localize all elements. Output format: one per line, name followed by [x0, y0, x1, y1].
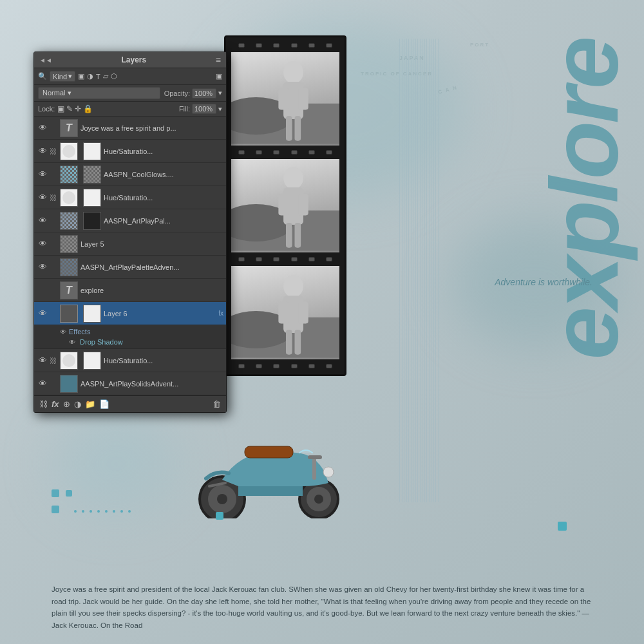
- svg-rect-7: [294, 116, 301, 141]
- fill-arrow[interactable]: ▾: [218, 105, 222, 113]
- visibility-icon[interactable]: 👁: [37, 261, 48, 273]
- visibility-icon[interactable]: 👁: [37, 122, 48, 134]
- layer-thumbnail: [60, 166, 78, 184]
- link-layers-icon[interactable]: ⛓: [39, 399, 48, 409]
- layer-item[interactable]: 👁 AASPN_ArtPlayPaletteAdven...: [34, 256, 226, 279]
- layer-fx-badge: fx: [218, 310, 223, 317]
- layer-thumbnail: [60, 375, 78, 393]
- layer-thumbnail: T: [60, 281, 78, 299]
- layer-item[interactable]: 👁 AASPN_ArtPlayPal...: [34, 209, 226, 232]
- svg-rect-32: [308, 455, 322, 459]
- visibility-icon[interactable]: 👁: [37, 308, 48, 319]
- layer-thumbnail: [60, 142, 78, 160]
- add-mask-icon[interactable]: ⊕: [63, 399, 70, 409]
- blend-mode-dropdown[interactable]: Normal ▾: [38, 87, 160, 99]
- kind-toolbar: 🔍 Kind ▾ ▣ ◑ T ▱ ⬡ ▣: [34, 68, 226, 85]
- fill-input[interactable]: 100%: [192, 104, 216, 114]
- visibility-icon[interactable]: [37, 285, 48, 296]
- lock-checkerboard-icon[interactable]: ▣: [57, 104, 64, 113]
- layer-item[interactable]: 👁 Layer 5: [34, 232, 226, 256]
- svg-rect-20: [278, 302, 288, 324]
- layer-item[interactable]: 👁 ⛓ Hue/Saturatio...: [34, 186, 226, 209]
- layer-link[interactable]: ⛓: [48, 194, 57, 202]
- svg-rect-4: [278, 88, 288, 110]
- lock-brush-icon[interactable]: ✎: [66, 104, 73, 113]
- layer-thumbnail: [60, 189, 78, 207]
- svg-point-10: [283, 167, 303, 189]
- panel-menu-icon[interactable]: ≡: [216, 55, 221, 65]
- opacity-arrow[interactable]: ▾: [218, 89, 222, 97]
- smartobj-filter-icon[interactable]: ⬡: [111, 72, 117, 80]
- search-icon[interactable]: 🔍: [38, 72, 47, 80]
- type-filter-icon[interactable]: T: [96, 73, 100, 80]
- layer-name: AASPN_ArtPlaySolidsAdvent...: [80, 380, 223, 388]
- effects-label: Effects: [69, 328, 90, 336]
- film-photo-2: [231, 159, 339, 252]
- svg-rect-30: [245, 446, 293, 458]
- visibility-icon[interactable]: 👁: [37, 238, 48, 250]
- layer-item[interactable]: 👁 AASPN_ArtPlaySolidsAdvent...: [34, 372, 226, 395]
- filter-toggle[interactable]: ▣: [216, 72, 222, 80]
- drop-shadow-item: 👁 Drop Shadow: [60, 337, 223, 347]
- layer-thumbnail: [60, 258, 78, 276]
- adjustment-layer-icon[interactable]: ◑: [74, 399, 81, 409]
- kind-dropdown[interactable]: Kind ▾: [50, 71, 75, 82]
- eye-icon-effects[interactable]: 👁: [60, 328, 66, 336]
- layer-name: AASPN_ArtPlayPaletteAdven...: [80, 263, 223, 271]
- layer-thumbnail: [60, 212, 78, 230]
- lock-position-icon[interactable]: ✛: [75, 104, 81, 113]
- layer-thumbnail: T: [60, 119, 78, 137]
- layer-item-selected[interactable]: 👁 Layer 6 fx: [34, 302, 226, 325]
- layer-item[interactable]: 👁 T Joyce was a free spirit and p...: [34, 117, 226, 140]
- layer-item[interactable]: 👁 AASPN_CoolGlows....: [34, 163, 226, 186]
- new-layer-icon[interactable]: 📄: [99, 399, 109, 409]
- visibility-icon[interactable]: 👁: [37, 355, 48, 366]
- panel-titlebar: ◄◄ Layers ≡: [34, 52, 226, 68]
- visibility-icon[interactable]: 👁: [37, 146, 48, 157]
- layer-link[interactable]: ⛓: [48, 147, 57, 155]
- layer-item[interactable]: T explore: [34, 279, 226, 302]
- opacity-label: Opacity:: [164, 90, 190, 97]
- delete-layer-icon[interactable]: 🗑: [213, 399, 221, 409]
- film-strip: [224, 35, 346, 376]
- layer-name: Hue/Saturatio...: [104, 357, 223, 365]
- layer-mask-thumbnail: [83, 142, 101, 160]
- visibility-icon[interactable]: 👁: [37, 215, 48, 227]
- layers-panel: ◄◄ Layers ≡ 🔍 Kind ▾ ▣ ◑ T ▱ ⬡ ▣ Normal …: [33, 52, 227, 413]
- layer-mask-thumbnail: [83, 189, 101, 207]
- svg-point-26: [217, 494, 227, 504]
- bottom-paragraph: Joyce was a free spirit and president of…: [52, 583, 592, 631]
- lock-all-icon[interactable]: 🔒: [83, 104, 93, 113]
- panel-bottom-toolbar: ⛓ fx ⊕ ◑ 📁 📄 🗑: [34, 395, 226, 412]
- layer-name: Layer 6: [104, 310, 216, 317]
- layer-mask-thumbnail: [83, 212, 101, 230]
- layer-thumbnail: [60, 352, 78, 370]
- layers-list[interactable]: 👁 T Joyce was a free spirit and p... 👁 ⛓…: [34, 117, 226, 395]
- add-style-icon[interactable]: fx: [52, 399, 59, 409]
- layer-name: Hue/Saturatio...: [104, 147, 223, 155]
- svg-rect-23: [294, 330, 301, 355]
- blue-sq-right: [558, 522, 567, 531]
- svg-rect-22: [286, 330, 292, 355]
- layer-mask-thumbnail: [83, 305, 101, 323]
- layer-thumbnail: [60, 305, 78, 323]
- opacity-input[interactable]: 100%: [192, 88, 216, 99]
- svg-point-29: [314, 495, 323, 504]
- layer-item[interactable]: 👁 ⛓ Hue/Saturatio...: [34, 349, 226, 372]
- fill-label: Fill:: [179, 105, 190, 113]
- layer-link[interactable]: ⛓: [48, 357, 57, 365]
- visibility-icon[interactable]: 👁: [37, 378, 48, 390]
- layer-name: AASPN_ArtPlayPal...: [104, 217, 223, 225]
- new-group-icon[interactable]: 📁: [85, 399, 95, 409]
- vertical-lines-decoration: [399, 39, 438, 502]
- shape-filter-icon[interactable]: ▱: [103, 72, 108, 80]
- svg-rect-15: [294, 223, 301, 248]
- explore-text: explore: [537, 39, 632, 359]
- layer-item[interactable]: 👁 ⛓ Hue/Saturatio...: [34, 140, 226, 163]
- adjustment-filter-icon[interactable]: ◑: [87, 72, 93, 80]
- effects-section: 👁 Effects 👁 Drop Shadow: [34, 325, 226, 349]
- pixel-filter-icon[interactable]: ▣: [78, 72, 84, 80]
- visibility-icon[interactable]: 👁: [37, 169, 48, 180]
- film-photo-1: [231, 52, 339, 146]
- visibility-icon[interactable]: 👁: [37, 192, 48, 204]
